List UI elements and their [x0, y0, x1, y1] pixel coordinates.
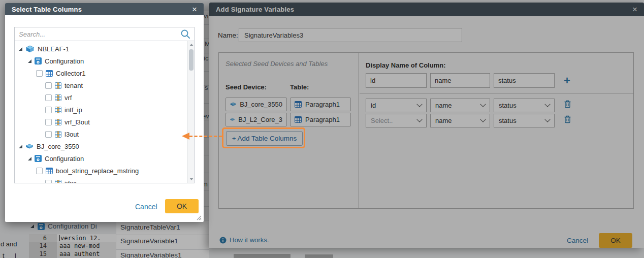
device-icon [25, 144, 34, 149]
annotation-highlight-box [222, 127, 305, 148]
checkbox[interactable] [45, 131, 52, 138]
checkbox[interactable] [36, 168, 43, 174]
checkbox[interactable] [45, 82, 52, 89]
checkbox[interactable] [45, 94, 52, 101]
column-icon [55, 94, 61, 101]
scrollbar-thumb[interactable] [189, 49, 194, 71]
tree-item-label: NBLEAF-1 [38, 45, 69, 53]
tree-item-label: Collector1 [56, 70, 86, 77]
device-tree: NBLEAF-1 Configuration Collector1 [14, 41, 195, 183]
column-icon [55, 180, 61, 184]
column-icon [55, 119, 61, 125]
dialog-title: Select Table Columns [12, 6, 82, 13]
config-icon [35, 57, 42, 64]
expander-icon[interactable] [28, 59, 31, 63]
tree-item-label: Configuration [45, 155, 84, 163]
expander-icon[interactable] [19, 47, 22, 51]
search-icon[interactable] [180, 29, 190, 39]
tree-item-configuration[interactable]: Configuration [15, 152, 194, 165]
tree-item-label: vrf [65, 94, 72, 102]
tree-item-label: intf_ip [65, 106, 82, 114]
checkbox[interactable] [36, 70, 43, 77]
tree-item-column[interactable]: intf_ip [15, 104, 194, 116]
cancel-button[interactable]: Cancel [135, 203, 157, 211]
dialog-header: Select Table Columns × [5, 3, 204, 15]
table-icon [46, 168, 53, 174]
column-icon [55, 82, 61, 89]
search-box [14, 27, 195, 41]
screen: d and t l Configuration Di [0, 0, 644, 258]
table-icon [46, 70, 53, 77]
close-icon[interactable]: × [192, 5, 197, 14]
tree-item-table[interactable]: Collector1 [15, 67, 194, 79]
tree-item-table[interactable]: bool_string_replace_mstring [15, 165, 194, 177]
ok-button[interactable]: OK [165, 199, 199, 213]
resize-grip[interactable] [196, 215, 202, 220]
annotation-arrow-icon [182, 133, 189, 140]
annotation-arrow-line [189, 136, 222, 137]
tree-item-column[interactable]: idex [15, 177, 194, 183]
scroll-up-icon[interactable] [189, 44, 194, 46]
column-icon [55, 131, 61, 138]
tree-item-configuration[interactable]: Configuration [15, 55, 194, 67]
checkbox[interactable] [45, 107, 52, 113]
checkbox[interactable] [45, 119, 52, 125]
tree-item-label: vrf_l3out [65, 118, 90, 126]
tree-item-column[interactable]: vrf [15, 91, 194, 104]
expander-icon[interactable] [28, 157, 31, 160]
tree-item-label: BJ_core_3550 [37, 143, 79, 150]
scroll-down-icon[interactable] [189, 178, 194, 180]
expander-icon[interactable] [19, 145, 22, 148]
tree-item-label: idex [65, 179, 77, 184]
tree-item-label: l3out [65, 131, 79, 138]
tree-item-column[interactable]: tenant [15, 79, 194, 91]
tree-item-label: Configuration [45, 57, 84, 65]
device-cube-icon [25, 45, 35, 53]
tree-item-device[interactable]: BJ_core_3550 [15, 140, 194, 152]
select-table-columns-dialog: Select Table Columns × NBLEAF-1 [5, 3, 204, 222]
search-input[interactable] [15, 27, 180, 41]
tree-item-label: bool_string_replace_mstring [56, 167, 139, 175]
scrollbar[interactable] [187, 41, 194, 183]
tree-item-label: tenant [65, 82, 83, 89]
column-icon [55, 107, 61, 113]
checkbox[interactable] [45, 180, 52, 184]
tree-item-column[interactable]: l3out [15, 128, 194, 140]
tree-item-column[interactable]: vrf_l3out [15, 116, 194, 128]
tree-item-device[interactable]: NBLEAF-1 [15, 43, 194, 55]
config-icon [35, 155, 42, 162]
